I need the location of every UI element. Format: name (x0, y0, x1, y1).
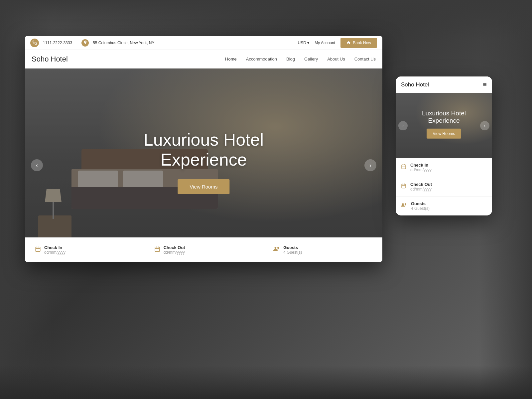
checkout-value: dd/mm/yyyy (164, 250, 253, 255)
top-bar-right: USD ▾ My Account Book Now (298, 38, 377, 48)
mobile-guests-field[interactable]: Guests 4 Guest(s) (396, 197, 492, 215)
bg-bottom-shadow (0, 366, 532, 399)
hero-title: Luxurious Hotel Experience (144, 130, 264, 170)
checkin-info: Check In dd/mm/yyyy (44, 245, 134, 255)
guests-field[interactable]: Guests 4 Guest(s) (263, 245, 382, 255)
nav-link-contact[interactable]: Contact Us (354, 57, 376, 62)
svg-point-19 (405, 203, 406, 205)
checkin-icon (35, 246, 41, 254)
hero-content: Luxurious Hotel Experience View Rooms (144, 130, 264, 194)
hotel-logo-desktop: Soho Hotel (32, 55, 225, 64)
nav-link-gallery[interactable]: Gallery (304, 57, 318, 62)
mobile-prev-button[interactable]: ‹ (398, 121, 408, 130)
phone-number: 1111-2222-3333 (43, 41, 72, 45)
mobile-checkin-label: Check In (410, 163, 432, 168)
navbar: Soho Hotel Home Accommodation Blog Galle… (25, 50, 382, 68)
location-icon (81, 39, 89, 47)
nav-link-about[interactable]: About Us (327, 57, 345, 62)
phone-icon (30, 39, 39, 47)
mobile-checkout-field[interactable]: Check Out dd/mm/yyyy (396, 177, 492, 197)
mobile-guests-info: Guests 4 Guest(s) (411, 201, 430, 211)
address-text: 55 Columbus Circle, New York, NY (93, 41, 294, 45)
mobile-checkin-value: dd/mm/yyyy (410, 168, 432, 172)
mobile-checkin-info: Check In dd/mm/yyyy (410, 163, 432, 172)
mobile-hero: ‹ › Luxurious Hotel Experience View Room… (396, 93, 492, 158)
mobile-checkin-field[interactable]: Check In dd/mm/yyyy (396, 158, 492, 177)
mobile-hero-content: Luxurious Hotel Experience View Rooms (422, 109, 466, 139)
mobile-checkin-icon (401, 164, 406, 171)
mobile-hotel-logo: Soho Hotel (401, 81, 483, 88)
svg-rect-10 (402, 165, 406, 169)
mobile-checkout-label: Check Out (410, 182, 432, 187)
nav-link-blog[interactable]: Blog (286, 57, 295, 62)
top-bar: 1111-2222-3333 55 Columbus Circle, New Y… (25, 36, 382, 50)
desktop-mockup: 1111-2222-3333 55 Columbus Circle, New Y… (25, 36, 382, 262)
checkout-field[interactable]: Check Out dd/mm/yyyy (144, 245, 264, 255)
svg-rect-0 (36, 247, 40, 252)
guests-label: Guests (283, 245, 372, 250)
view-rooms-button[interactable]: View Rooms (178, 179, 230, 194)
mobile-guests-icon (401, 202, 407, 209)
account-link[interactable]: My Account (315, 41, 335, 45)
book-now-button[interactable]: Book Now (340, 38, 377, 48)
checkout-label: Check Out (164, 245, 253, 250)
checkin-value: dd/mm/yyyy (44, 250, 134, 255)
guests-info: Guests 4 Guest(s) (283, 245, 372, 255)
mobile-guests-label: Guests (411, 201, 430, 206)
mobile-checkout-value: dd/mm/yyyy (410, 187, 432, 192)
mobile-checkout-info: Check Out dd/mm/yyyy (410, 182, 432, 192)
bg-top-shadow (0, 0, 532, 40)
currency-selector[interactable]: USD ▾ (298, 41, 310, 45)
mobile-mockup: Soho Hotel ≡ ‹ › Luxurious Hotel Experie… (396, 76, 492, 215)
booking-bar: Check In dd/mm/yyyy Check Out dd/mm/yyyy (25, 237, 382, 262)
checkin-field[interactable]: Check In dd/mm/yyyy (25, 245, 144, 255)
hero-next-button[interactable]: › (364, 159, 376, 171)
mobile-checkout-icon (401, 183, 406, 190)
mobile-hero-title: Luxurious Hotel Experience (422, 109, 466, 125)
svg-rect-14 (402, 184, 406, 188)
mobile-booking-form: Check In dd/mm/yyyy Check Out dd/mm/yyyy (396, 158, 492, 215)
mobile-navbar: Soho Hotel ≡ (396, 76, 492, 93)
hero-section: ‹ › Luxurious Hotel Experience View Room… (25, 68, 382, 262)
mobile-next-button[interactable]: › (480, 121, 489, 130)
svg-point-18 (402, 203, 404, 205)
mobile-guests-value: 4 Guest(s) (411, 206, 430, 211)
nav-links: Home Accommodation Blog Gallery About Us… (225, 57, 376, 62)
guests-value: 4 Guest(s) (283, 250, 372, 255)
checkout-info: Check Out dd/mm/yyyy (164, 245, 253, 255)
svg-rect-4 (155, 247, 160, 252)
mobile-view-rooms-button[interactable]: View Rooms (427, 129, 461, 139)
nav-link-accommodation[interactable]: Accommodation (246, 57, 277, 62)
nav-link-home[interactable]: Home (225, 57, 237, 62)
svg-point-8 (275, 247, 277, 249)
checkout-icon (154, 246, 160, 254)
svg-point-9 (277, 247, 279, 249)
mobile-menu-button[interactable]: ≡ (483, 81, 487, 88)
hero-prev-button[interactable]: ‹ (31, 159, 43, 171)
guests-icon (273, 246, 280, 254)
checkin-label: Check In (44, 245, 134, 250)
